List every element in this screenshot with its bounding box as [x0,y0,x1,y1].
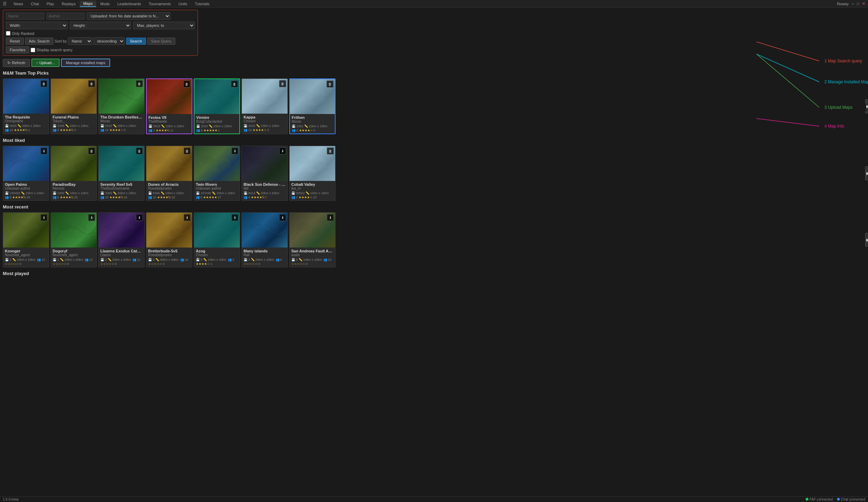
map-delete-button[interactable]: 🗑 [88,80,95,87]
next-arrow[interactable]: ▶ [865,166,868,180]
map-card[interactable]: 🗑The Drunken Beetles DanceMorax 💾 2520 📏… [98,78,145,134]
only-ranked-checkbox[interactable] [6,31,10,36]
map-download-button[interactable]: ⬇ [327,214,334,221]
rating-stars: ☆☆☆☆☆ [5,262,19,266]
map-delete-button[interactable]: 🗑 [183,81,190,88]
map-download-button[interactable]: ⬇ [184,214,191,221]
map-card[interactable]: ⬇Open PalmsUnknown author 💾 199494 📏 10k… [3,146,49,201]
size-stat: 📏 10km x 10km [21,191,44,195]
map-delete-button[interactable]: 🗑 [327,81,333,88]
next-arrow[interactable]: ▶ [865,99,868,113]
map-card[interactable]: 🗑Festea VIITheWheelie 💾 3818 📏 10km x 10… [146,78,192,134]
adv-search-button[interactable]: Adv. Search [25,38,53,45]
map-card[interactable]: 🗑Serenity Reef 5v5TheBestUsername 💾 3369… [98,146,145,201]
minimize-btn[interactable]: ─ [852,2,854,6]
map-thumbnail: ⬇ [3,213,49,248]
height-select[interactable]: Height: [70,22,131,29]
players-stat: 👥 12 [132,258,141,261]
favorites-button[interactable]: Favorites [6,46,29,53]
nav-tab-leaderboards[interactable]: Leaderboards [114,1,145,7]
map-thumbnail: 🗑 [3,79,49,114]
downloads-stat: 💾 8414 [244,191,255,195]
map-download-button[interactable]: ⬇ [231,214,238,221]
map-download-button[interactable]: ⬇ [279,147,286,154]
map-card[interactable]: 🗑Dunes of ArracisRoeddelproeim 💾 5346 📏 … [146,146,192,201]
nav-tab-mods[interactable]: Mods [97,1,113,7]
map-card[interactable]: 🗑ParadiseBayNeroxis 💾 2369 📏 10km x 10km… [51,146,97,201]
sort-field-select[interactable]: Name [68,37,92,45]
map-download-button[interactable]: ⬇ [88,214,95,221]
map-card[interactable]: 🗑Funeral PlainsTokyto_ 💾 3398 📏 10km x 1… [51,78,97,134]
next-arrow[interactable]: ▶ [865,233,868,247]
map-info: Many islandsRali 💾 2 📏 20km x 20km 👥 6 ☆… [242,248,287,267]
upload-button[interactable]: ↑ Upload... [31,59,60,67]
map-download-button[interactable]: ⬇ [279,214,286,221]
most-liked-grid: ⬇Open PalmsUnknown author 💾 199494 📏 10k… [3,146,865,201]
map-delete-button[interactable]: 🗑 [327,147,334,154]
rating-stars: ★★★★☆ [109,128,123,132]
votes-count: 0 [163,262,164,266]
map-delete-button[interactable]: 🗑 [40,80,47,87]
map-stats: 💾 3818 📏 10km x 10km 👥 2 ★★★★½ 11 [148,124,190,132]
votes-count: 0 [306,262,308,266]
name-input[interactable] [6,13,44,20]
nav-tab-chat[interactable]: Chat [28,1,43,7]
map-download-button[interactable]: ⬇ [40,214,47,221]
map-stats: 💾 3005 📏 20km x 20km 👥 10 ★★★★½ 1 [5,124,47,132]
nav-tab-tutorials[interactable]: Tutorials [191,1,213,7]
map-delete-button[interactable]: 🗑 [279,80,286,87]
author-input[interactable] [46,13,85,20]
votes-count: 7 [265,196,267,199]
upload-icon: ↑ [36,61,38,65]
map-author: Unknown author [5,187,47,190]
map-delete-button[interactable]: 🗑 [184,147,191,154]
search-button[interactable]: Search [126,38,146,45]
only-ranked-label: Only Ranked: [6,31,35,36]
map-delete-button[interactable]: 🗑 [136,147,143,154]
nav-tab-news[interactable]: News [10,1,27,7]
map-delete-button[interactable]: 🗑 [88,147,95,154]
size-stat: 📏 10km x 10km [212,191,235,195]
map-card[interactable]: ⬇Bretterbude-5v5Roeddelproeim 💾 3 📏 40km… [146,212,192,267]
max-players-select[interactable]: Max. players: to [133,22,195,29]
reset-button[interactable]: Reset [6,38,24,45]
close-btn[interactable]: ✕ [862,1,865,6]
players-stat: 👥 10 [100,196,109,199]
manage-button[interactable]: Manage installed maps [61,59,110,67]
map-card[interactable]: ⬇Black Sun Defense - v1.0bbf 💾 8414 📏 20… [241,146,288,201]
map-card[interactable]: 🗑KappaChosen 💾 3034 📏 10km x 10km 👥 10 ★… [241,78,288,134]
map-card[interactable]: ⬇AzogChosen 💾 5 📏 10km x 10km 👥 2 ★★★★☆ … [194,212,240,267]
refresh-button[interactable]: ↻ Refresh [3,59,30,67]
nav-tab-play[interactable]: Play [43,1,57,7]
map-card[interactable]: ⬇San Andreas Fault Adaptiveeodin 💾 5 📏 1… [289,212,336,267]
rating-stars: ★★★★½ [109,196,123,199]
map-download-button[interactable]: ⬇ [231,147,238,154]
map-card[interactable]: ⬇DogoryfNovichek_agent 💾 1 📏 20km x 20km… [51,212,97,267]
map-card[interactable]: 🗑Cobalt Valleyika_m 💾 30562 📏 10km x 10k… [289,146,336,201]
width-select[interactable]: Width: [6,22,68,29]
map-card[interactable]: ⬇Llaanns Exodus CataclysmLlaann 💾 2 📏 20… [98,212,145,267]
svg-point-11 [169,95,187,105]
map-download-button[interactable]: ⬇ [40,147,47,154]
nav-tab-tournaments[interactable]: Tournaments [145,1,175,7]
map-card[interactable]: 🗑The RequisiteOmnipotent 💾 3005 📏 20km x… [3,78,49,134]
nav-tab-replays[interactable]: Replays [58,1,79,7]
display-query-checkbox[interactable] [31,48,35,52]
nav-bar: ☰ News Chat Play Replays Maps Mods Leade… [0,0,868,8]
map-card[interactable]: 🗑VirmireBorgCubeJanitor 💾 2020 📏 20km x … [194,78,240,134]
save-query-button[interactable]: Save Query [147,38,175,45]
sort-order-select[interactable]: descending [93,37,125,45]
map-card[interactable]: ⬇KovogerNovichek_agent 💾 2 📏 10km x 10km… [3,212,49,267]
map-card[interactable]: 🗑FrithenMorax 💾 2391 📏 10km x 10km 👥 2 ★… [289,78,336,134]
maximize-btn[interactable]: □ [857,2,859,6]
map-delete-button[interactable]: 🗑 [136,80,143,87]
map-card[interactable]: ⬇Many islandsRali 💾 2 📏 20km x 20km 👥 6 … [241,212,288,267]
menu-icon[interactable]: ☰ [3,1,7,6]
map-download-button[interactable]: ⬇ [136,214,143,221]
nav-tab-units[interactable]: Units [175,1,191,7]
rating-stars: ★★★★☆ [299,129,313,132]
uploaded-select[interactable]: Uploaded: from No date available to N... [87,12,170,20]
map-card[interactable]: ⬇Twin RiversUnknown author 💾 107446 📏 10… [194,146,240,201]
nav-tab-maps[interactable]: Maps [80,1,96,7]
map-delete-button[interactable]: 🗑 [231,81,238,88]
